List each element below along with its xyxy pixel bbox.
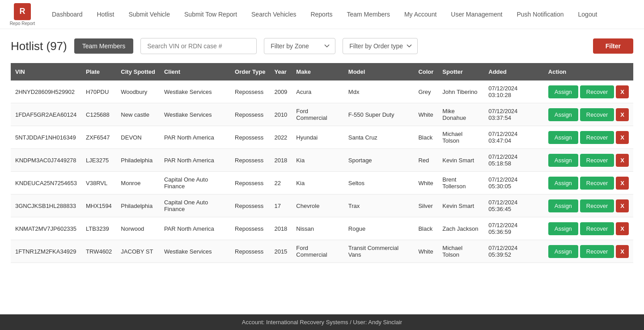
cell-added: 07/12/2024 05:39:52 xyxy=(484,240,544,263)
cell-color: White xyxy=(414,172,438,195)
cell-vin: 2HNYD28609H529902 xyxy=(11,80,81,103)
cell-spotter: John Tiberino xyxy=(438,80,484,103)
col-plate: Plate xyxy=(81,63,116,80)
recover-button[interactable]: Recover xyxy=(580,177,614,190)
nav-hotlist[interactable]: Hotlist xyxy=(90,7,122,21)
delete-button[interactable]: X xyxy=(616,154,629,167)
col-year: Year xyxy=(270,63,292,80)
assign-button[interactable]: Assign xyxy=(548,245,578,258)
nav-reports[interactable]: Reports xyxy=(303,7,339,21)
cell-added: 07/12/2024 05:30:05 xyxy=(484,172,544,195)
col-color: Color xyxy=(414,63,438,80)
cell-model: Transit Commercial Vans xyxy=(344,240,414,263)
delete-button[interactable]: X xyxy=(616,245,629,258)
cell-make: Acura xyxy=(292,80,343,103)
cell-spotter: Kevin Smart xyxy=(438,195,484,217)
recover-button[interactable]: Recover xyxy=(580,108,614,121)
nav-team-members[interactable]: Team Members xyxy=(339,7,397,21)
cell-spotter: Kevin Smart xyxy=(438,149,484,172)
cell-year: 2018 xyxy=(270,149,292,172)
recover-button[interactable]: Recover xyxy=(580,199,614,212)
cell-client: PAR North America xyxy=(160,126,230,149)
cell-color: Grey xyxy=(414,80,438,103)
delete-button[interactable]: X xyxy=(616,108,629,121)
col-order-type: Order Type xyxy=(230,63,270,80)
assign-button[interactable]: Assign xyxy=(548,199,578,212)
cell-city-spotted: JACOBY ST xyxy=(116,240,160,263)
delete-button[interactable]: X xyxy=(616,85,629,98)
cell-vin: 1FDAF5GR2AEA60124 xyxy=(11,103,81,126)
cell-added: 07/12/2024 05:18:58 xyxy=(484,149,544,172)
table-row: KNDEUCA25N7254653V38RVLMonroeCapital One… xyxy=(11,172,633,195)
recover-button[interactable]: Recover xyxy=(580,131,614,144)
cell-year: 2009 xyxy=(270,80,292,103)
cell-order-type: Repossess xyxy=(230,80,270,103)
nav-logout[interactable]: Logout xyxy=(571,7,605,21)
cell-spotter: Zach Jackson xyxy=(438,217,484,240)
cell-model: Rogue xyxy=(344,217,414,240)
cell-year: 22 xyxy=(270,172,292,195)
table-row: 1FDAF5GR2AEA60124C125688New castleWestla… xyxy=(11,103,633,126)
nav-submit-tow-report[interactable]: Submit Tow Report xyxy=(177,7,244,21)
assign-button[interactable]: Assign xyxy=(548,154,578,167)
cell-city-spotted: DEVON xyxy=(116,126,160,149)
cell-model: Seltos xyxy=(344,172,414,195)
col-spotter: Spotter xyxy=(438,63,484,80)
col-client: Client xyxy=(160,63,230,80)
action-cell: AssignRecoverX xyxy=(544,172,633,195)
cell-vin: 1FTNR1ZM2FKA34929 xyxy=(11,240,81,263)
team-members-button[interactable]: Team Members xyxy=(74,38,133,54)
delete-button[interactable]: X xyxy=(616,222,629,235)
assign-button[interactable]: Assign xyxy=(548,177,578,190)
recover-button[interactable]: Recover xyxy=(580,85,614,98)
cell-order-type: Repossess xyxy=(230,126,270,149)
nav-my-account[interactable]: My Account xyxy=(397,7,444,21)
cell-order-type: Repossess xyxy=(230,149,270,172)
cell-plate: H70PDU xyxy=(81,80,116,103)
cell-model: Santa Cruz xyxy=(344,126,414,149)
cell-city-spotted: Monroe xyxy=(116,172,160,195)
filter-button[interactable]: Filter xyxy=(593,38,633,54)
table-row: KNDPM3AC0J7449278LJE3275PhiladelphiaPAR … xyxy=(11,149,633,172)
cell-spotter: Mike Donahue xyxy=(438,103,484,126)
assign-button[interactable]: Assign xyxy=(548,131,578,144)
action-cell: AssignRecoverX xyxy=(544,80,633,103)
cell-order-type: Repossess xyxy=(230,217,270,240)
nav-user-management[interactable]: User Management xyxy=(444,7,509,21)
action-cell: AssignRecoverX xyxy=(544,240,633,263)
nav-submit-vehicle[interactable]: Submit Vehicle xyxy=(121,7,177,21)
table-row: 1FTNR1ZM2FKA34929TRW4602JACOBY STWestlak… xyxy=(11,240,633,263)
cell-model: F-550 Super Duty xyxy=(344,103,414,126)
delete-button[interactable]: X xyxy=(616,131,629,144)
recover-button[interactable]: Recover xyxy=(580,154,614,167)
cell-make: Chevrole xyxy=(292,195,343,217)
delete-button[interactable]: X xyxy=(616,199,629,212)
cell-year: 2010 xyxy=(270,103,292,126)
assign-button[interactable]: Assign xyxy=(548,222,578,235)
recover-button[interactable]: Recover xyxy=(580,222,614,235)
cell-make: Kia xyxy=(292,149,343,172)
delete-button[interactable]: X xyxy=(616,177,629,190)
assign-button[interactable]: Assign xyxy=(548,85,578,98)
nav-push-notification[interactable]: Push Notification xyxy=(509,7,571,21)
main-content: Hotlist (97) Team Members Filter by Zone… xyxy=(0,29,644,272)
action-cell: AssignRecoverX xyxy=(544,149,633,172)
col-added: Added xyxy=(484,63,544,80)
cell-year: 2015 xyxy=(270,240,292,263)
cell-vin: KNMAT2MV7JP602335 xyxy=(11,217,81,240)
cell-added: 07/12/2024 03:37:54 xyxy=(484,103,544,126)
search-input[interactable] xyxy=(140,38,257,54)
nav-dashboard[interactable]: Dashboard xyxy=(45,7,90,21)
col-make: Make xyxy=(292,63,343,80)
filter-zone-select[interactable]: Filter by Zone xyxy=(264,38,335,54)
cell-plate: MHX1594 xyxy=(81,195,116,217)
cell-color: Black xyxy=(414,217,438,240)
cell-spotter: Michael Tolson xyxy=(438,240,484,263)
filter-order-select[interactable]: Filter by Order type xyxy=(343,38,418,54)
nav-search-vehicles[interactable]: Search Vehicles xyxy=(244,7,303,21)
assign-button[interactable]: Assign xyxy=(548,108,578,121)
recover-button[interactable]: Recover xyxy=(580,245,614,258)
table-row: 5NTJDDAF1NH016349ZXF6547DEVONPAR North A… xyxy=(11,126,633,149)
cell-city-spotted: Philadelphia xyxy=(116,195,160,217)
cell-make: Ford Commercial xyxy=(292,240,343,263)
